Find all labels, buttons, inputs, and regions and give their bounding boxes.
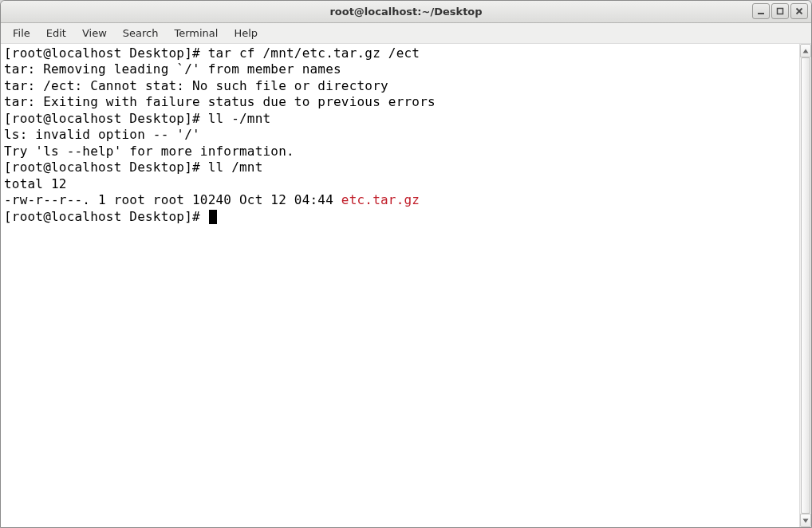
shell-prompt: [root@localhost Desktop]# bbox=[4, 160, 208, 175]
menu-search[interactable]: Search bbox=[116, 25, 166, 41]
terminal-output: total 12 bbox=[4, 176, 796, 192]
scroll-up-button[interactable] bbox=[800, 44, 811, 57]
terminal-output: tar: Exiting with failure status due to … bbox=[4, 94, 796, 110]
shell-prompt: [root@localhost Desktop]# bbox=[4, 209, 208, 224]
window-title: root@localhost:~/Desktop bbox=[1, 6, 811, 18]
svg-rect-1 bbox=[778, 9, 783, 14]
file-permissions: -rw-r--r--. 1 root root 10240 Oct 12 04:… bbox=[4, 192, 341, 207]
terminal-output: ls: invalid option -- '/' bbox=[4, 127, 796, 143]
terminal-line: [root@localhost Desktop]# ll -/mnt bbox=[4, 111, 796, 127]
chevron-up-icon bbox=[802, 49, 809, 53]
scrollbar-track[interactable] bbox=[800, 57, 811, 514]
svg-marker-4 bbox=[803, 49, 809, 53]
menu-terminal[interactable]: Terminal bbox=[167, 25, 225, 41]
command-text: ll /mnt bbox=[208, 160, 263, 175]
scroll-down-button[interactable] bbox=[800, 514, 811, 527]
terminal-output: tar: /ect: Cannot stat: No such file or … bbox=[4, 78, 796, 94]
menu-file[interactable]: File bbox=[6, 25, 37, 41]
menu-edit[interactable]: Edit bbox=[39, 25, 73, 41]
terminal-window: root@localhost:~/Desktop File Edit View … bbox=[0, 0, 812, 528]
terminal-line: [root@localhost Desktop]# tar cf /mnt/et… bbox=[4, 45, 796, 61]
command-text: tar cf /mnt/etc.tar.gz /ect bbox=[208, 45, 420, 61]
svg-marker-5 bbox=[803, 518, 809, 522]
maximize-icon bbox=[776, 7, 784, 15]
menu-view[interactable]: View bbox=[75, 25, 114, 41]
terminal-line: [root@localhost Desktop]# ll /mnt bbox=[4, 160, 796, 175]
terminal-output: Try 'ls --help' for more information. bbox=[4, 144, 796, 160]
terminal-output: tar: Removing leading `/' from member na… bbox=[4, 61, 796, 77]
titlebar[interactable]: root@localhost:~/Desktop bbox=[1, 1, 811, 23]
terminal-line: -rw-r--r--. 1 root root 10240 Oct 12 04:… bbox=[4, 192, 796, 208]
close-button[interactable] bbox=[790, 3, 808, 19]
terminal-area: [root@localhost Desktop]# tar cf /mnt/et… bbox=[1, 44, 811, 527]
shell-prompt: [root@localhost Desktop]# bbox=[4, 111, 208, 126]
shell-prompt: [root@localhost Desktop]# bbox=[4, 45, 208, 61]
minimize-button[interactable] bbox=[752, 3, 770, 19]
maximize-button[interactable] bbox=[771, 3, 789, 19]
terminal-body[interactable]: [root@localhost Desktop]# tar cf /mnt/et… bbox=[1, 44, 799, 527]
cursor-icon bbox=[209, 210, 217, 224]
menubar: File Edit View Search Terminal Help bbox=[1, 23, 811, 44]
menu-help[interactable]: Help bbox=[227, 25, 265, 41]
command-text: ll -/mnt bbox=[208, 111, 271, 126]
chevron-down-icon bbox=[802, 518, 809, 523]
close-icon bbox=[795, 7, 803, 15]
scrollbar-thumb[interactable] bbox=[801, 57, 810, 514]
minimize-icon bbox=[757, 7, 765, 15]
archive-filename: etc.tar.gz bbox=[341, 192, 420, 207]
window-controls bbox=[752, 3, 808, 19]
vertical-scrollbar[interactable] bbox=[799, 44, 811, 527]
terminal-line: [root@localhost Desktop]# bbox=[4, 209, 796, 225]
